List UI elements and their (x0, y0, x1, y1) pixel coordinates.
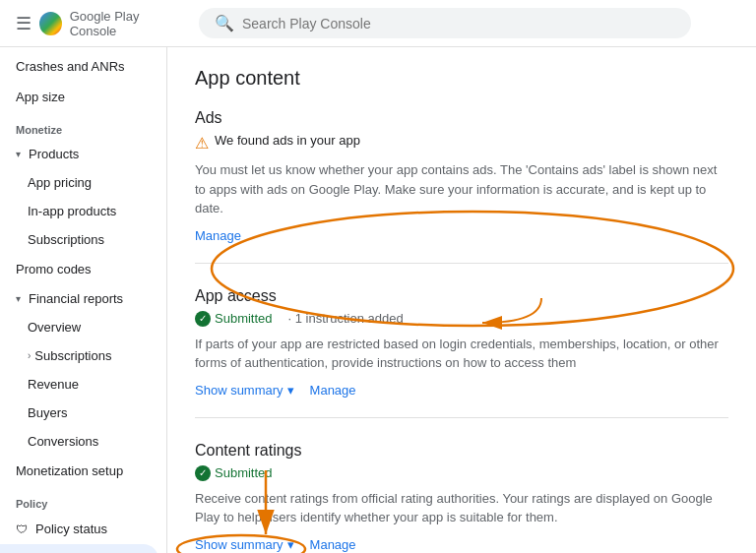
chevron-down-icon: ▾ (287, 537, 294, 552)
sidebar-item-app-content[interactable]: 🛡 App content (0, 544, 158, 553)
app-access-manage-link[interactable]: Manage (310, 383, 356, 398)
sidebar-item-subscriptions[interactable]: Subscriptions (0, 225, 158, 254)
ads-warning: ⚠ We found ads in your app (195, 133, 728, 153)
chevron-down-icon: ▾ (287, 383, 294, 398)
check-icon: ✓ (195, 465, 211, 481)
sidebar-item-in-app[interactable]: In-app products (0, 197, 158, 225)
sidebar-item-revenue[interactable]: Revenue (0, 370, 158, 399)
main-wrapper: App content Ads ⚠ We found ads in your a… (167, 47, 756, 553)
sidebar-item-policy-status[interactable]: 🛡 Policy status (0, 514, 158, 544)
sidebar-item-label: Subscriptions (28, 232, 104, 247)
ads-action-row: Manage (195, 228, 728, 243)
content-ratings-status-row: ✓ Submitted (195, 465, 728, 481)
app-access-status-badge: ✓ Submitted (195, 311, 273, 327)
sidebar-item-products[interactable]: ▾ Products (0, 140, 158, 168)
ads-warning-text: We found ads in your app (215, 133, 360, 148)
ads-manage-link[interactable]: Manage (195, 228, 241, 243)
sidebar-item-label: Financial reports (29, 291, 123, 306)
main-content: App content Ads ⚠ We found ads in your a… (167, 47, 756, 553)
sidebar-item-label: App pricing (28, 175, 92, 190)
content-ratings-desc: Receive content ratings from official ra… (195, 489, 728, 527)
sidebar-item-label: App size (16, 90, 65, 104)
sidebar-item-label: Promo codes (16, 262, 92, 276)
warning-icon: ⚠ (195, 134, 209, 153)
content-ratings-status-text: Submitted (215, 465, 273, 480)
sidebar-item-label: Monetization setup (16, 463, 123, 478)
sidebar-item-app-pricing[interactable]: App pricing (0, 168, 158, 197)
sidebar: Crashes and ANRs App size Monetize ▾ Pro… (0, 47, 167, 553)
search-input[interactable] (242, 16, 675, 31)
app-access-extra: · 1 instruction added (288, 311, 404, 326)
ads-desc: You must let us know whether your app co… (195, 160, 728, 218)
chevron-right-icon: › (28, 350, 31, 361)
sidebar-item-label: Crashes and ANRs (16, 59, 125, 74)
top-bar: ☰ Google Play Console 🔍 (0, 0, 756, 47)
sidebar-item-conversions[interactable]: Conversions (0, 427, 158, 456)
chevron-icon: ▾ (16, 149, 21, 159)
section-title-app-access: App access (195, 287, 728, 305)
chevron-icon: ▾ (16, 293, 21, 304)
sidebar-item-subscriptions2[interactable]: › Subscriptions (0, 341, 158, 370)
sidebar-item-label: Buyers (28, 405, 67, 420)
content-area: Crashes and ANRs App size Monetize ▾ Pro… (0, 47, 756, 553)
app-access-action-row: Show summary ▾ Manage (195, 383, 728, 398)
content-ratings-status-badge: ✓ Submitted (195, 465, 273, 481)
check-icon: ✓ (195, 311, 211, 327)
sidebar-item-promo-codes[interactable]: Promo codes (0, 254, 158, 284)
sidebar-item-crashes[interactable]: Crashes and ANRs (0, 51, 158, 82)
logo-area: ☰ Google Play Console (16, 9, 183, 38)
section-ads: Ads ⚠ We found ads in your app You must … (195, 109, 728, 264)
section-app-access: App access ✓ Submitted · 1 instruction a… (195, 287, 728, 418)
monetize-section-label: Monetize (0, 112, 166, 140)
sidebar-item-app-size[interactable]: App size (0, 82, 158, 112)
sidebar-item-overview[interactable]: Overview (0, 313, 158, 341)
show-summary-label: Show summary (195, 383, 284, 398)
section-content-ratings: Content ratings ✓ Submitted Receive cont… (195, 442, 728, 554)
sidebar-item-financial-reports[interactable]: ▾ Financial reports (0, 284, 158, 313)
content-ratings-show-summary[interactable]: Show summary ▾ (195, 537, 294, 552)
hamburger-icon[interactable]: ☰ (16, 13, 32, 34)
show-summary-label: Show summary (195, 537, 284, 552)
sidebar-item-label: Overview (28, 320, 81, 335)
sidebar-item-label: In-app products (28, 204, 116, 218)
app-access-show-summary[interactable]: Show summary ▾ (195, 383, 294, 398)
policy-section-label: Policy (0, 486, 166, 514)
content-ratings-manage-link[interactable]: Manage (310, 537, 356, 552)
shield-icon: 🛡 (16, 522, 28, 536)
app-access-status-text: Submitted (215, 311, 273, 326)
sidebar-item-label: Subscriptions (34, 348, 111, 363)
sidebar-item-buyers[interactable]: Buyers (0, 399, 158, 427)
google-play-logo (39, 12, 62, 35)
content-ratings-action-row: Show summary ▾ Manage (195, 537, 728, 552)
section-title-ads: Ads (195, 109, 728, 127)
sidebar-item-monetization-setup[interactable]: Monetization setup (0, 456, 158, 486)
search-icon: 🔍 (215, 14, 234, 32)
app-access-desc: If parts of your app are restricted base… (195, 335, 728, 373)
search-bar[interactable]: 🔍 (199, 8, 691, 38)
app-name: Google Play Console (70, 9, 183, 38)
section-title-content-ratings: Content ratings (195, 442, 728, 460)
sidebar-item-label: Revenue (28, 377, 79, 392)
app-access-status-row: ✓ Submitted · 1 instruction added (195, 311, 728, 327)
sidebar-item-label: Conversions (28, 434, 98, 449)
page-title: App content (195, 67, 728, 90)
sidebar-item-label: Products (29, 147, 79, 161)
sidebar-item-label: Policy status (35, 522, 107, 536)
